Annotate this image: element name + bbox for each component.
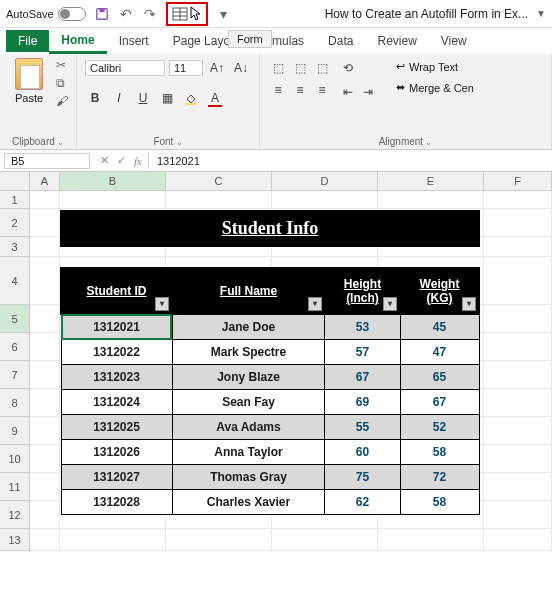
column-header[interactable]: B bbox=[60, 172, 166, 190]
cell[interactable] bbox=[378, 191, 484, 209]
table-cell[interactable]: 58 bbox=[400, 490, 479, 515]
cell[interactable] bbox=[30, 417, 60, 445]
cell[interactable] bbox=[484, 209, 552, 237]
format-painter-icon[interactable]: 🖌 bbox=[56, 94, 68, 108]
file-tab[interactable]: File bbox=[6, 30, 49, 52]
table-cell[interactable]: 75 bbox=[325, 465, 400, 490]
cell[interactable] bbox=[30, 473, 60, 501]
cell[interactable] bbox=[484, 237, 552, 257]
table-row[interactable]: 1312024Sean Fay6967 bbox=[61, 390, 479, 415]
cell[interactable] bbox=[484, 417, 552, 445]
table-cell[interactable]: 53 bbox=[325, 314, 400, 340]
column-header[interactable]: C bbox=[166, 172, 272, 190]
cell[interactable] bbox=[30, 333, 60, 361]
table-cell[interactable]: 1312022 bbox=[61, 340, 172, 365]
table-cell[interactable]: 45 bbox=[400, 314, 479, 340]
font-color-button[interactable]: A bbox=[205, 88, 225, 108]
font-size-select[interactable]: 11 bbox=[169, 60, 203, 76]
table-cell[interactable]: 1312021 bbox=[61, 314, 172, 340]
save-icon[interactable] bbox=[94, 6, 110, 22]
cell[interactable] bbox=[30, 209, 60, 237]
cell[interactable] bbox=[484, 305, 552, 333]
cell[interactable] bbox=[30, 257, 60, 305]
row-header[interactable]: 4 bbox=[0, 257, 30, 305]
form-button-highlighted[interactable] bbox=[166, 2, 208, 26]
copy-icon[interactable]: ⧉ bbox=[56, 76, 68, 90]
paste-button[interactable]: Paste bbox=[8, 58, 50, 104]
table-cell[interactable]: 1312027 bbox=[61, 465, 172, 490]
cell[interactable] bbox=[484, 389, 552, 417]
table-cell[interactable]: 67 bbox=[400, 390, 479, 415]
column-header[interactable]: D bbox=[272, 172, 378, 190]
merge-center-button[interactable]: ⬌ Merge & Cen bbox=[392, 79, 478, 96]
table-cell[interactable]: Jony Blaze bbox=[172, 365, 325, 390]
cell[interactable] bbox=[30, 529, 60, 551]
table-row[interactable]: 1312023Jony Blaze6765 bbox=[61, 365, 479, 390]
enter-formula-icon[interactable]: ✓ bbox=[117, 154, 126, 167]
bold-button[interactable]: B bbox=[85, 88, 105, 108]
row-header[interactable]: 13 bbox=[0, 529, 30, 551]
row-header[interactable]: 11 bbox=[0, 473, 30, 501]
table-cell[interactable]: Charles Xavier bbox=[172, 490, 325, 515]
increase-font-icon[interactable]: A↑ bbox=[207, 58, 227, 78]
table-cell[interactable]: 62 bbox=[325, 490, 400, 515]
increase-indent-icon[interactable]: ⇥ bbox=[358, 82, 378, 102]
table-cell[interactable]: 72 bbox=[400, 465, 479, 490]
table-cell[interactable]: Thomas Gray bbox=[172, 465, 325, 490]
cell[interactable] bbox=[484, 473, 552, 501]
decrease-indent-icon[interactable]: ⇤ bbox=[338, 82, 358, 102]
table-cell[interactable]: 1312028 bbox=[61, 490, 172, 515]
table-row[interactable]: 1312021Jane Doe5345 bbox=[61, 314, 479, 340]
table-cell[interactable]: Anna Taylor bbox=[172, 440, 325, 465]
filter-dropdown-icon[interactable]: ▾ bbox=[462, 297, 476, 311]
table-cell[interactable]: Sean Fay bbox=[172, 390, 325, 415]
cell[interactable] bbox=[166, 529, 272, 551]
autosave-toggle[interactable]: AutoSave bbox=[6, 7, 86, 21]
row-header[interactable]: 1 bbox=[0, 191, 30, 209]
cell[interactable] bbox=[30, 389, 60, 417]
tab-home[interactable]: Home bbox=[49, 29, 106, 54]
title-dropdown-icon[interactable]: ▼ bbox=[536, 8, 546, 19]
cell[interactable] bbox=[484, 191, 552, 209]
table-cell[interactable]: 1312023 bbox=[61, 365, 172, 390]
align-center-icon[interactable]: ≡ bbox=[290, 80, 310, 100]
redo-icon[interactable]: ↷ bbox=[142, 6, 158, 22]
cell[interactable] bbox=[30, 361, 60, 389]
table-cell[interactable]: 60 bbox=[325, 440, 400, 465]
cut-icon[interactable]: ✂ bbox=[56, 58, 68, 72]
fill-color-button[interactable] bbox=[181, 88, 201, 108]
table-cell[interactable]: 57 bbox=[325, 340, 400, 365]
row-header[interactable]: 3 bbox=[0, 237, 30, 257]
cell[interactable] bbox=[272, 191, 378, 209]
align-right-icon[interactable]: ≡ bbox=[312, 80, 332, 100]
underline-button[interactable]: U bbox=[133, 88, 153, 108]
qat-dropdown-icon[interactable]: ▾ bbox=[216, 6, 232, 22]
undo-icon[interactable]: ↶ bbox=[118, 6, 134, 22]
row-header[interactable]: 7 bbox=[0, 361, 30, 389]
cell[interactable] bbox=[272, 529, 378, 551]
tab-review[interactable]: Review bbox=[365, 30, 428, 52]
cell[interactable] bbox=[60, 529, 166, 551]
align-left-icon[interactable]: ≡ bbox=[268, 80, 288, 100]
cell[interactable] bbox=[484, 501, 552, 529]
table-cell[interactable]: 47 bbox=[400, 340, 479, 365]
table-row[interactable]: 1312027Thomas Gray7572 bbox=[61, 465, 479, 490]
cell[interactable] bbox=[484, 445, 552, 473]
orientation-icon[interactable]: ⟲ bbox=[338, 58, 358, 78]
font-name-select[interactable]: Calibri bbox=[85, 60, 165, 76]
table-cell[interactable]: 58 bbox=[400, 440, 479, 465]
align-bottom-icon[interactable]: ⬚ bbox=[312, 58, 332, 78]
cell[interactable] bbox=[484, 333, 552, 361]
cell[interactable] bbox=[378, 529, 484, 551]
table-cell[interactable]: 1312026 bbox=[61, 440, 172, 465]
row-header[interactable]: 12 bbox=[0, 501, 30, 529]
table-cell[interactable]: 65 bbox=[400, 365, 479, 390]
row-header[interactable]: 2 bbox=[0, 209, 30, 237]
cancel-formula-icon[interactable]: ✕ bbox=[100, 154, 109, 167]
toggle-off-icon[interactable] bbox=[58, 7, 86, 21]
cell[interactable] bbox=[30, 191, 60, 209]
column-header[interactable]: A bbox=[30, 172, 60, 190]
tab-data[interactable]: Data bbox=[316, 30, 365, 52]
table-cell[interactable]: 52 bbox=[400, 415, 479, 440]
decrease-font-icon[interactable]: A↓ bbox=[231, 58, 251, 78]
